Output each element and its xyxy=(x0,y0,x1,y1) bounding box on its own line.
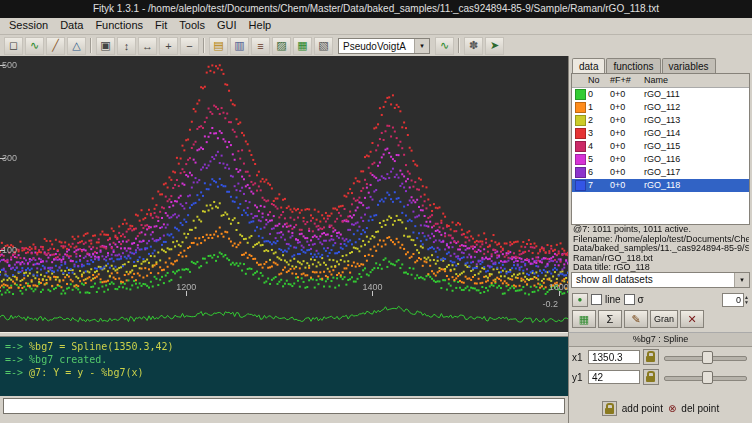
table-row[interactable]: 70+0rGO_118 xyxy=(572,179,749,192)
sum-button[interactable]: Σ xyxy=(598,310,622,328)
dataset-no: 0 xyxy=(588,88,610,101)
zoom-out-icon[interactable]: − xyxy=(180,37,199,55)
menu-item-fit[interactable]: Fit xyxy=(149,18,173,34)
param-x1-value[interactable]: 1350.3 xyxy=(588,350,640,364)
script-icon[interactable]: ≡ xyxy=(251,37,270,55)
dropdown-arrow-icon[interactable]: ▾ xyxy=(414,39,429,53)
close-panel-button[interactable]: ✕ xyxy=(680,310,704,328)
sidebar-tabs: datafunctionsvariables xyxy=(569,56,752,74)
menu-item-gui[interactable]: GUI xyxy=(211,18,243,34)
dataset-color-swatch xyxy=(575,154,586,165)
dataset-fcount: 0+0 xyxy=(610,166,644,179)
data-table-button[interactable]: ▦ xyxy=(572,310,596,328)
param-x1-slider[interactable] xyxy=(662,349,749,365)
menu-item-session[interactable]: Session xyxy=(3,18,54,34)
del-point-icon[interactable]: ⊗ xyxy=(668,403,676,414)
param-y1-value[interactable]: 42 xyxy=(588,370,640,384)
menu-item-tools[interactable]: Tools xyxy=(173,18,211,34)
edit-transform-button[interactable]: ✎ xyxy=(624,310,648,328)
dataset-name: rGO_116 xyxy=(644,153,749,166)
line-checkbox[interactable] xyxy=(591,294,602,305)
dataset-no: 6 xyxy=(588,166,610,179)
dataset-name: rGO_112 xyxy=(644,101,749,114)
aux-plot-canvas[interactable] xyxy=(0,296,568,332)
table-row[interactable]: 40+0rGO_115 xyxy=(572,140,749,153)
dataset-no: 1 xyxy=(588,101,610,114)
table-row[interactable]: 60+0rGO_117 xyxy=(572,166,749,179)
point-color-button[interactable]: ● xyxy=(572,293,588,307)
menu-item-help[interactable]: Help xyxy=(243,18,278,34)
function-type-dropdown[interactable]: PseudoVoigtA ▾ xyxy=(338,38,430,54)
command-input[interactable] xyxy=(3,398,565,414)
table-row[interactable]: 00+0rGO_111 xyxy=(572,88,749,101)
lock-icon xyxy=(646,356,655,362)
baseline-lock-button[interactable] xyxy=(602,401,617,416)
zoom-all-icon[interactable]: ▣ xyxy=(96,37,115,55)
point-size-spinner[interactable]: 0 ▲▼ xyxy=(722,293,749,307)
main-plot-canvas[interactable] xyxy=(0,56,568,296)
dataset-color-swatch xyxy=(575,115,586,126)
plot-column: 120014001600500300100 -0.2 =-> %bg7 = Sp… xyxy=(0,56,568,423)
dataset-table: No#F+#Name 00+0rGO_11110+0rGO_11220+0rGO… xyxy=(571,73,750,225)
window-title: Fityk 1.3.1 - /home/aleplo/test/Document… xyxy=(93,3,659,14)
gran-button[interactable]: Gran xyxy=(650,310,678,328)
sigma-checkbox[interactable] xyxy=(624,294,635,305)
lock-icon xyxy=(605,408,614,414)
baseline-point-bar: add point ⊗ del point xyxy=(572,401,749,416)
save-session-icon[interactable]: ▥ xyxy=(230,37,249,55)
open-session-icon[interactable]: ▤ xyxy=(209,37,228,55)
table-row[interactable]: 20+0rGO_113 xyxy=(572,114,749,127)
header-cell-0: No xyxy=(588,74,610,87)
baseline-mode-icon[interactable]: ╱ xyxy=(46,37,65,55)
zoom-in-icon[interactable]: + xyxy=(159,37,178,55)
dataset-color-swatch xyxy=(575,128,586,139)
export-icon[interactable]: ▧ xyxy=(314,37,333,55)
dataset-name: rGO_113 xyxy=(644,114,749,127)
output-console: =-> %bg7 = Spline(1350.3,42)=-> %bg7 cre… xyxy=(0,337,568,396)
tab-functions[interactable]: functions xyxy=(606,58,660,74)
zoom-mode-icon[interactable]: ◻ xyxy=(4,37,23,55)
param-row-x1: x1 1350.3 xyxy=(572,348,749,366)
dataset-name: rGO_114 xyxy=(644,127,749,140)
slider-thumb[interactable] xyxy=(702,351,713,364)
zoom-vertical-icon[interactable]: ↕ xyxy=(117,37,136,55)
dataset-no: 3 xyxy=(588,127,610,140)
add-peak-icon[interactable]: ∿ xyxy=(435,37,454,55)
point-size-value[interactable]: 0 xyxy=(722,293,744,307)
toolbar-separator xyxy=(90,38,92,53)
del-point-label[interactable]: del point xyxy=(681,403,719,414)
param-x1-lock-button[interactable] xyxy=(643,349,659,365)
add-point-label[interactable]: add point xyxy=(622,403,663,414)
dataset-color-swatch xyxy=(575,167,586,178)
settings-icon[interactable]: ✽ xyxy=(464,37,483,55)
tab-data[interactable]: data xyxy=(572,58,605,74)
menu-item-functions[interactable]: Functions xyxy=(89,18,149,34)
sidebar-action-buttons: ▦Σ✎Gran✕ xyxy=(572,310,704,328)
aux-plot-wrap xyxy=(0,296,568,332)
param-y1-slider[interactable] xyxy=(662,369,749,385)
peak-draw-mode-icon[interactable]: △ xyxy=(67,37,86,55)
dataset-filter-dropdown[interactable]: show all datasets ▾ xyxy=(571,272,750,288)
console-prompt: =-> xyxy=(5,367,29,378)
datasets-icon[interactable]: ▦ xyxy=(293,37,312,55)
console-text: %bg7 created. xyxy=(29,354,107,365)
dataset-filter-arrow-icon[interactable]: ▾ xyxy=(734,273,749,287)
toolbar-right: ∿✽➤ xyxy=(434,37,505,55)
data-range-mode-icon[interactable]: ∿ xyxy=(25,37,44,55)
slider-thumb[interactable] xyxy=(702,371,713,384)
menu-item-data[interactable]: Data xyxy=(54,18,89,34)
param-y1-lock-button[interactable] xyxy=(643,369,659,385)
table-row[interactable]: 50+0rGO_116 xyxy=(572,153,749,166)
line-checkbox-label: line xyxy=(605,294,621,305)
table-row[interactable]: 10+0rGO_112 xyxy=(572,101,749,114)
run-fit-icon[interactable]: ➤ xyxy=(485,37,504,55)
dataset-fcount: 0+0 xyxy=(610,101,644,114)
table-row[interactable]: 30+0rGO_114 xyxy=(572,127,749,140)
tab-variables[interactable]: variables xyxy=(662,58,716,74)
sigma-checkbox-label: σ xyxy=(638,294,644,305)
dataset-filter-value: show all datasets xyxy=(576,274,653,285)
spinner-arrows-icon[interactable]: ▲▼ xyxy=(744,295,749,305)
log-icon[interactable]: ▨ xyxy=(272,37,291,55)
zoom-horizontal-icon[interactable]: ↔ xyxy=(138,37,157,55)
param-x1-label: x1 xyxy=(572,352,585,363)
